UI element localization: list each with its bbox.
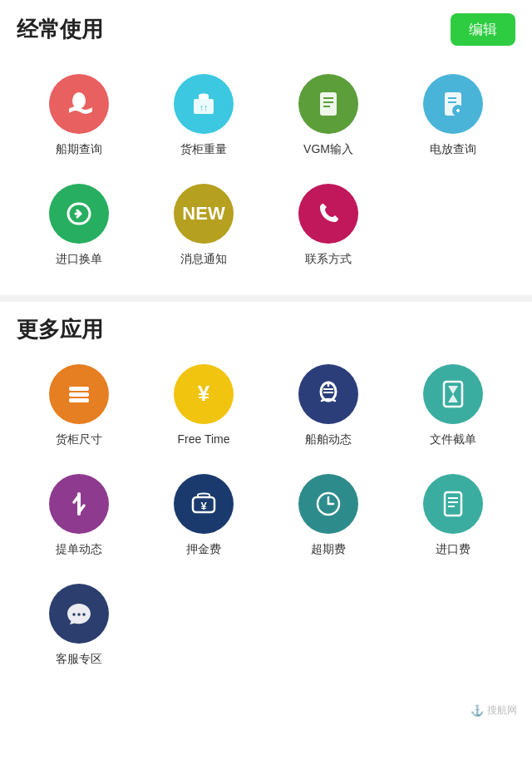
free-time-icon: ¥: [174, 364, 234, 424]
contact-label: 联系方式: [305, 252, 352, 267]
footer-logo-icon: ⚓: [470, 704, 484, 717]
contact-item[interactable]: 联系方式: [266, 172, 391, 282]
import-exchange-label: 进口换单: [56, 252, 102, 267]
new-badge: NEW: [182, 203, 224, 225]
message-notify-item[interactable]: NEW 消息通知: [141, 172, 266, 282]
svg-point-27: [72, 613, 76, 616]
section1-header: 经常使用 编辑: [17, 13, 515, 46]
more-apps-section: 更多应用 货柜尺寸 ¥ Free Time: [0, 302, 532, 695]
overdue-fee-icon: [298, 474, 358, 534]
overdue-fee-item[interactable]: 超期费: [266, 462, 391, 572]
frequently-used-section: 经常使用 编辑 船期查询 ↑↑ 货柜重量 VGM输入: [0, 0, 532, 295]
free-time-label: Free Time: [177, 432, 229, 446]
section1-title: 经常使用: [17, 15, 103, 44]
svg-rect-3: [320, 92, 337, 116]
svg-rect-15: [69, 392, 89, 397]
import-exchange-item[interactable]: 进口换单: [17, 172, 141, 282]
section2-title: 更多应用: [17, 315, 103, 344]
doc-cutoff-icon: [423, 364, 483, 424]
ship-dynamic-item[interactable]: 船舶动态: [266, 353, 391, 462]
deposit-fee-icon: ¥: [174, 474, 234, 534]
import-fee-label: 进口费: [436, 542, 470, 557]
deposit-fee-item[interactable]: ¥ 押金费: [141, 462, 266, 572]
svg-rect-23: [445, 492, 461, 516]
customer-service-icon: [49, 584, 109, 644]
footer: ⚓ 搜航网: [0, 695, 532, 726]
svg-rect-16: [69, 398, 89, 402]
import-fee-item[interactable]: 进口费: [391, 462, 515, 572]
bl-dynamic-item[interactable]: 提单动态: [17, 462, 141, 572]
release-query-icon: [423, 74, 483, 134]
svg-text:↑↑: ↑↑: [200, 102, 209, 112]
vgm-input-item[interactable]: VGM输入: [266, 62, 391, 172]
container-weight-icon: ↑↑: [174, 74, 234, 134]
container-weight-label: 货柜重量: [180, 142, 227, 157]
customer-service-label: 客服专区: [56, 652, 102, 667]
deposit-fee-label: 押金费: [186, 542, 221, 557]
footer-text: 搜航网: [487, 703, 517, 718]
svg-point-29: [82, 613, 86, 616]
vgm-input-label: VGM输入: [303, 142, 353, 157]
svg-rect-14: [69, 387, 89, 391]
bl-dynamic-icon: [49, 474, 109, 534]
import-fee-icon: [423, 474, 483, 534]
doc-cutoff-item[interactable]: 文件截单: [391, 353, 515, 462]
message-notify-icon: NEW: [174, 184, 234, 244]
schedule-query-item[interactable]: 船期查询: [17, 62, 141, 172]
more-apps-grid: 货柜尺寸 ¥ Free Time 船舶动态: [17, 353, 515, 682]
doc-cutoff-label: 文件截单: [430, 432, 476, 447]
svg-rect-19: [444, 382, 462, 407]
free-time-item[interactable]: ¥ Free Time: [141, 353, 266, 462]
container-size-label: 货柜尺寸: [56, 432, 102, 447]
ship-dynamic-label: 船舶动态: [305, 432, 352, 447]
svg-point-28: [77, 613, 81, 616]
container-size-icon: [49, 364, 109, 424]
vgm-input-icon: [298, 74, 358, 134]
schedule-query-label: 船期查询: [56, 142, 102, 157]
release-query-label: 电放查询: [430, 142, 476, 157]
container-size-item[interactable]: 货柜尺寸: [17, 353, 141, 462]
section2-header: 更多应用: [17, 315, 515, 344]
customer-service-item[interactable]: 客服专区: [17, 572, 141, 682]
svg-text:¥: ¥: [198, 381, 210, 406]
ship-dynamic-icon: [298, 364, 358, 424]
overdue-fee-label: 超期费: [311, 542, 346, 557]
release-query-item[interactable]: 电放查询: [391, 62, 515, 172]
svg-text:¥: ¥: [200, 500, 207, 512]
container-weight-item[interactable]: ↑↑ 货柜重量: [141, 62, 266, 172]
section-divider: [0, 295, 532, 302]
edit-button[interactable]: 编辑: [451, 13, 515, 46]
bl-dynamic-label: 提单动态: [56, 542, 102, 557]
schedule-query-icon: [49, 74, 109, 134]
message-notify-label: 消息通知: [180, 252, 227, 267]
frequently-used-grid: 船期查询 ↑↑ 货柜重量 VGM输入 电放查询: [17, 62, 515, 282]
contact-icon: [298, 184, 358, 244]
import-exchange-icon: [49, 184, 109, 244]
